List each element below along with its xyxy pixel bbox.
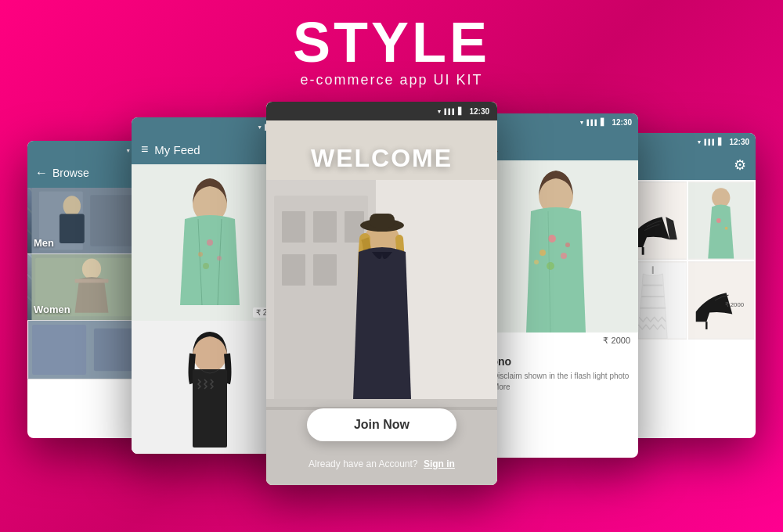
grid-item-4[interactable]: ₹ 2000 <box>688 261 755 340</box>
svg-point-41 <box>547 262 554 270</box>
svg-rect-11 <box>32 325 86 375</box>
app-title: STYLE <box>0 14 783 70</box>
signin-section: Already have an Account? Sign in <box>309 458 455 469</box>
svg-point-8 <box>82 259 101 279</box>
svg-point-40 <box>561 253 567 259</box>
signal-icon-grid: ▌▌▌ <box>705 139 716 145</box>
detail-header: 🔍 <box>474 131 638 160</box>
wifi-icon-welcome: ▼ <box>437 109 442 114</box>
svg-point-3 <box>63 196 81 216</box>
status-bar-feed <box>132 117 288 135</box>
detail-phone: ▼ ▌▌▌ ▋ 12:30 🔍 <box>474 113 638 458</box>
svg-rect-9 <box>75 279 109 283</box>
app-header: STYLE e-commerce app UI KIT <box>0 0 783 93</box>
svg-point-42 <box>565 243 570 247</box>
welcome-phone: ▼ ▌▌▌ ▋ 12:30 WELCOME Join Now Already h… <box>266 102 497 485</box>
join-now-button[interactable]: Join Now <box>307 408 456 441</box>
status-bar-grid: ▼ ▌▌▌ ▋ 12:30 <box>619 133 756 150</box>
svg-text:₹ 2000: ₹ 2000 <box>724 301 744 308</box>
signin-prompt: Already have an Account? <box>309 458 417 469</box>
svg-rect-21 <box>193 369 227 448</box>
svg-point-17 <box>217 256 222 261</box>
grid-item-2[interactable] <box>688 182 755 260</box>
grid-header: ⚙ <box>619 150 756 180</box>
feed-title: My Feed <box>154 143 279 156</box>
welcome-status-bar: ▼ ▌▌▌ ▋ 12:30 <box>266 102 497 120</box>
grid-screen: ▼ ▌▌▌ ▋ 12:30 ⚙ <box>619 133 756 438</box>
signin-link[interactable]: Sign in <box>424 458 455 469</box>
status-bar-detail: ▼ ▌▌▌ ▋ 12:30 <box>474 113 638 131</box>
menu-icon[interactable]: ≡ <box>141 142 148 156</box>
back-icon[interactable]: ← <box>35 166 48 180</box>
svg-point-48 <box>716 218 720 223</box>
svg-point-39 <box>539 250 546 256</box>
svg-point-49 <box>724 227 727 230</box>
svg-point-16 <box>198 252 203 257</box>
feed-product-2[interactable] <box>132 321 288 454</box>
time-welcome: 12:30 <box>469 107 489 116</box>
svg-point-38 <box>548 235 556 243</box>
welcome-screen: ▼ ▌▌▌ ▋ 12:30 WELCOME Join Now Already h… <box>266 102 497 485</box>
wifi-icon-grid: ▼ <box>697 139 702 145</box>
svg-rect-5 <box>60 214 85 243</box>
svg-point-43 <box>534 260 539 264</box>
product-name: mono <box>482 355 630 368</box>
time-detail: 12:30 <box>612 118 632 127</box>
feed-screen: ≡ My Feed <box>132 117 288 454</box>
wifi-icon-feed <box>257 122 262 131</box>
feed-header: ≡ My Feed <box>132 135 288 164</box>
detail-screen: ▼ ▌▌▌ ▋ 12:30 🔍 <box>474 113 638 458</box>
feed-phone: ≡ My Feed <box>132 117 288 454</box>
time-grid: 12:30 <box>729 138 749 146</box>
product-grid: ₹ 2000 <box>619 180 756 341</box>
product-description: tte Disclaim shown in the i flash light … <box>482 371 630 393</box>
battery-icon-grid: ▋ <box>718 138 723 146</box>
phones-container: ← Browse Men <box>0 102 783 532</box>
product-price-detail: ₹ 2000 <box>474 332 638 349</box>
grid-phone: ▼ ▌▌▌ ▋ 12:30 ⚙ <box>619 133 756 438</box>
svg-point-18 <box>203 263 209 269</box>
filter-icon[interactable]: ⚙ <box>734 156 746 174</box>
welcome-text: WELCOME <box>311 144 453 173</box>
feed-product-1[interactable]: ₹ 2000 <box>132 164 288 321</box>
signal-icon-detail: ▌▌▌ <box>587 120 599 125</box>
wifi-icon-detail: ▼ <box>579 120 585 125</box>
men-label: Men <box>34 237 54 249</box>
welcome-content: ▼ ▌▌▌ ▋ 12:30 WELCOME Join Now Already h… <box>266 102 497 485</box>
svg-point-15 <box>207 239 213 246</box>
product-info: mono tte Disclaim shown in the i flash l… <box>474 349 638 399</box>
signal-icon-welcome: ▌▌▌ <box>445 109 456 114</box>
app-subtitle: e-commerce app UI KIT <box>0 72 783 88</box>
battery-icon-detail: ▋ <box>601 118 606 126</box>
wifi-icon <box>125 146 131 154</box>
browse-title: Browse <box>52 167 89 179</box>
battery-icon-welcome: ▋ <box>458 107 464 115</box>
women-label: Women <box>34 304 70 315</box>
product-main-image[interactable] <box>474 160 638 332</box>
